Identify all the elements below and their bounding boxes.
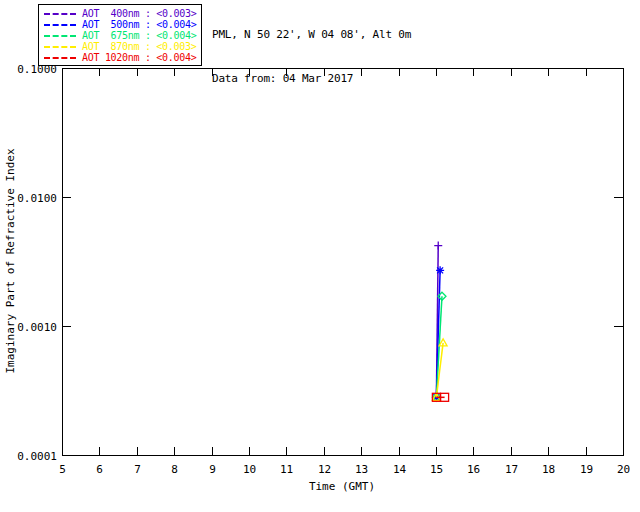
legend-box: AOT 400nm : <0.003>AOT 500nm : <0.004>AO… xyxy=(38,4,202,66)
data-date-text: Data from: 04 Mar 2017 xyxy=(212,73,411,84)
header-block: PML, N 50 22', W 04 08', Alt 0m Data fro… xyxy=(212,7,411,117)
marker-plus xyxy=(434,242,442,250)
x-tick-label: 11 xyxy=(280,463,293,476)
legend-label: AOT 675nm : <0.004> xyxy=(82,30,196,41)
x-tick-label: 9 xyxy=(209,463,216,476)
legend-label: AOT 870nm : <0.003> xyxy=(82,41,196,52)
legend-item-AOT-1020nm: AOT 1020nm : <0.004> xyxy=(44,52,196,63)
legend-line-sample xyxy=(44,13,76,15)
legend-item-AOT-500nm: AOT 500nm : <0.004> xyxy=(44,19,196,30)
legend-line-sample xyxy=(44,24,76,26)
x-tick-label: 13 xyxy=(355,463,368,476)
legend-item-AOT-870nm: AOT 870nm : <0.003> xyxy=(44,41,196,52)
marker-asterisk xyxy=(436,266,444,274)
plot-canvas: 5678910111213141516171819200.10000.01000… xyxy=(0,0,640,512)
legend-label: AOT 1020nm : <0.004> xyxy=(82,52,196,63)
y-axis-label: Imaginary Part of Refractive Index xyxy=(4,148,17,374)
x-tick-label: 10 xyxy=(243,463,256,476)
legend-label: AOT 400nm : <0.003> xyxy=(82,8,196,19)
x-tick-label: 15 xyxy=(430,463,443,476)
x-axis-label: Time (GMT) xyxy=(309,480,375,493)
axes: 5678910111213141516171819200.10000.01000… xyxy=(17,63,630,477)
y-tick-label: 0.0010 xyxy=(17,321,57,334)
x-tick-label: 16 xyxy=(467,463,480,476)
y-tick-label: 0.0100 xyxy=(17,192,57,205)
legend-line-sample xyxy=(44,57,76,59)
legend-item-AOT-675nm: AOT 675nm : <0.004> xyxy=(44,30,196,41)
station-location-text: PML, N 50 22', W 04 08', Alt 0m xyxy=(212,29,411,40)
x-tick-label: 19 xyxy=(580,463,593,476)
plot-border xyxy=(62,68,623,455)
x-tick-label: 17 xyxy=(505,463,518,476)
y-tick-label: 0.0001 xyxy=(17,450,57,463)
x-tick-label: 5 xyxy=(59,463,66,476)
legend-line-sample xyxy=(44,35,76,37)
x-tick-label: 8 xyxy=(171,463,178,476)
legend-line-sample xyxy=(44,46,76,48)
legend-label: AOT 500nm : <0.004> xyxy=(82,19,196,30)
x-tick-label: 20 xyxy=(617,463,630,476)
data-series xyxy=(432,242,448,402)
x-tick-label: 14 xyxy=(393,463,407,476)
x-tick-label: 6 xyxy=(96,463,103,476)
x-tick-label: 7 xyxy=(134,463,141,476)
x-tick-label: 18 xyxy=(542,463,555,476)
legend-item-AOT-400nm: AOT 400nm : <0.003> xyxy=(44,8,196,19)
x-tick-label: 12 xyxy=(318,463,331,476)
